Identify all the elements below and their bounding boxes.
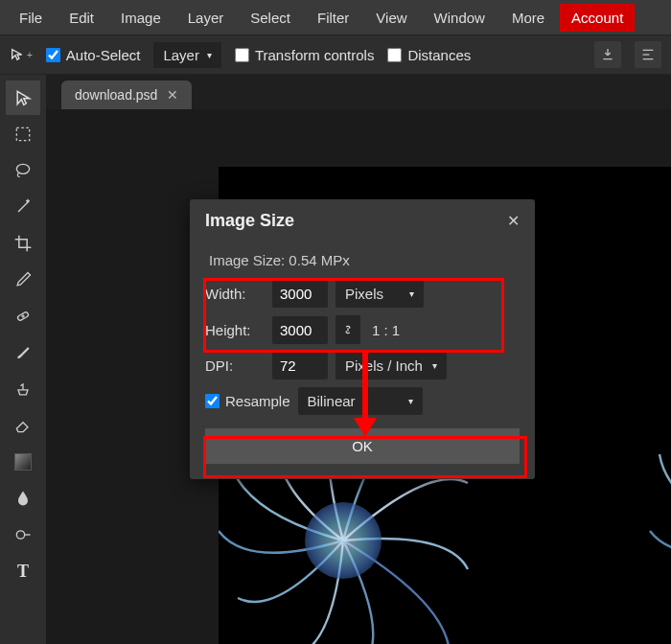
eyedropper-tool[interactable]	[6, 263, 40, 297]
download-icon[interactable]	[594, 41, 621, 68]
gradient-tool[interactable]	[6, 445, 40, 479]
blur-tool[interactable]	[6, 481, 40, 516]
canvas-image-right	[631, 397, 671, 644]
tool-panel: T	[0, 75, 46, 644]
menu-window[interactable]: Window	[423, 4, 497, 32]
close-dialog-icon[interactable]: ✕	[507, 212, 520, 230]
dodge-tool[interactable]	[6, 518, 40, 552]
auto-select-target-dropdown[interactable]: Layer ▾	[153, 42, 221, 68]
magic-wand-tool[interactable]	[6, 190, 40, 224]
resample-method-value: Bilinear	[308, 393, 356, 409]
height-label: Height:	[205, 322, 265, 338]
brush-tool[interactable]	[6, 335, 40, 370]
height-input[interactable]: 3000	[272, 316, 328, 344]
resample-method-dropdown[interactable]: Bilinear ▾	[298, 387, 423, 415]
chevron-down-icon: ▾	[408, 396, 413, 406]
move-tool-indicator-icon: +	[10, 47, 33, 62]
transform-controls-checkbox[interactable]	[235, 48, 249, 62]
menu-filter[interactable]: Filter	[306, 4, 360, 32]
svg-point-8	[16, 531, 24, 539]
options-bar: + Auto-Select Layer ▾ Transform controls…	[0, 34, 671, 75]
document-tab-bar: download.psd ✕	[46, 75, 671, 109]
close-tab-icon[interactable]: ✕	[167, 87, 178, 103]
auto-select-target-value: Layer	[163, 47, 199, 63]
constrain-proportions-icon[interactable]	[336, 315, 360, 344]
aspect-ratio-label: 1 : 1	[372, 322, 400, 338]
marquee-tool[interactable]	[6, 117, 40, 151]
menu-bar: File Edit Image Layer Select Filter View…	[0, 0, 671, 34]
menu-view[interactable]: View	[364, 4, 418, 32]
dpi-unit-value: Pixels / Inch	[345, 357, 423, 374]
auto-select-checkbox[interactable]	[46, 48, 60, 62]
chevron-down-icon: ▾	[432, 360, 437, 371]
healing-tool[interactable]	[6, 299, 40, 334]
menu-file[interactable]: File	[8, 4, 54, 32]
menu-account[interactable]: Account	[560, 4, 635, 32]
clone-stamp-tool[interactable]	[6, 372, 40, 406]
menu-more[interactable]: More	[500, 4, 556, 32]
document-tab-label: download.psd	[75, 87, 157, 103]
image-size-dialog: Image Size ✕ Image Size: 0.54 MPx Width:…	[190, 199, 535, 479]
lasso-tool[interactable]	[6, 153, 40, 188]
auto-select-label: Auto-Select	[66, 47, 141, 63]
transform-controls-label: Transform controls	[255, 47, 374, 63]
width-label: Width:	[205, 286, 265, 302]
svg-point-4	[16, 164, 29, 173]
svg-rect-3	[16, 127, 29, 140]
type-tool[interactable]: T	[6, 554, 40, 588]
width-unit-value: Pixels	[345, 286, 383, 302]
resample-label: Resample	[225, 393, 290, 409]
ok-button[interactable]: OK	[205, 428, 520, 464]
menu-select[interactable]: Select	[239, 4, 302, 32]
align-icon[interactable]	[635, 41, 661, 68]
document-tab[interactable]: download.psd ✕	[61, 80, 192, 109]
width-unit-dropdown[interactable]: Pixels ▾	[336, 280, 424, 308]
distances-checkbox[interactable]	[387, 48, 402, 62]
eraser-tool[interactable]	[6, 408, 40, 443]
menu-image[interactable]: Image	[109, 4, 173, 32]
dpi-unit-dropdown[interactable]: Pixels / Inch ▾	[336, 352, 447, 380]
dialog-title: Image Size	[205, 211, 294, 231]
menu-layer[interactable]: Layer	[176, 4, 236, 32]
width-input[interactable]: 3000	[272, 280, 328, 308]
svg-point-10	[305, 502, 382, 579]
image-size-info: Image Size: 0.54 MPx	[209, 252, 516, 268]
menu-edit[interactable]: Edit	[58, 4, 105, 32]
chevron-down-icon: ▾	[409, 288, 414, 299]
dpi-input[interactable]: 72	[272, 352, 328, 380]
chevron-down-icon: ▾	[207, 50, 212, 60]
distances-label: Distances	[407, 47, 471, 63]
resample-checkbox[interactable]	[205, 394, 220, 408]
move-tool[interactable]	[6, 80, 40, 115]
crop-tool[interactable]	[6, 226, 40, 261]
dpi-label: DPI:	[205, 357, 265, 374]
